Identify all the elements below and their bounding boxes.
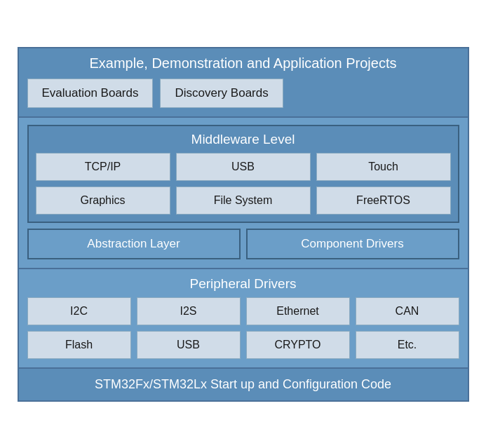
pd-usb: USB <box>137 331 241 359</box>
abstraction-row: Abstraction Layer Component Drivers <box>27 229 459 259</box>
mw-freertos: FreeRTOS <box>316 186 451 215</box>
mw-usb: USB <box>176 153 311 181</box>
evaluation-boards-box: Evaluation Boards <box>27 79 154 108</box>
pd-i2s: I2S <box>137 297 241 325</box>
pd-can: CAN <box>356 297 459 325</box>
mw-graphics: Graphics <box>36 186 170 215</box>
mw-tcpip: TCP/IP <box>36 153 170 181</box>
top-section: Example, Demonstration and Application P… <box>18 47 469 118</box>
abstraction-layer-box: Abstraction Layer <box>27 229 241 259</box>
peripheral-title: Peripheral Drivers <box>27 276 459 292</box>
middleware-title: Middleware Level <box>36 132 451 147</box>
peripheral-grid: I2C I2S Ethernet CAN Flash USB CRYPTO Et… <box>27 297 459 359</box>
peripheral-section: Peripheral Drivers I2C I2S Ethernet CAN … <box>18 268 469 369</box>
diagram-wrapper: Example, Demonstration and Application P… <box>12 41 475 407</box>
middleware-outer: Middleware Level TCP/IP USB Touch Graphi… <box>18 116 469 269</box>
pd-ethernet: Ethernet <box>246 297 350 325</box>
mw-touch: Touch <box>316 153 451 181</box>
mw-filesystem: File System <box>176 186 311 215</box>
discovery-boards-box: Discovery Boards <box>160 79 283 108</box>
middleware-inner: Middleware Level TCP/IP USB Touch Graphi… <box>27 125 459 223</box>
boards-row: Evaluation Boards Discovery Boards <box>27 79 459 108</box>
pd-crypto: CRYPTO <box>246 331 350 359</box>
pd-etc: Etc. <box>356 331 459 359</box>
pd-i2c: I2C <box>27 297 131 325</box>
bottom-bar: STM32Fx/STM32Lx Start up and Configurati… <box>18 367 469 402</box>
top-section-title: Example, Demonstration and Application P… <box>27 55 459 72</box>
middleware-grid: TCP/IP USB Touch Graphics File System Fr… <box>36 153 451 215</box>
pd-flash: Flash <box>27 331 131 359</box>
component-drivers-box: Component Drivers <box>246 229 459 259</box>
